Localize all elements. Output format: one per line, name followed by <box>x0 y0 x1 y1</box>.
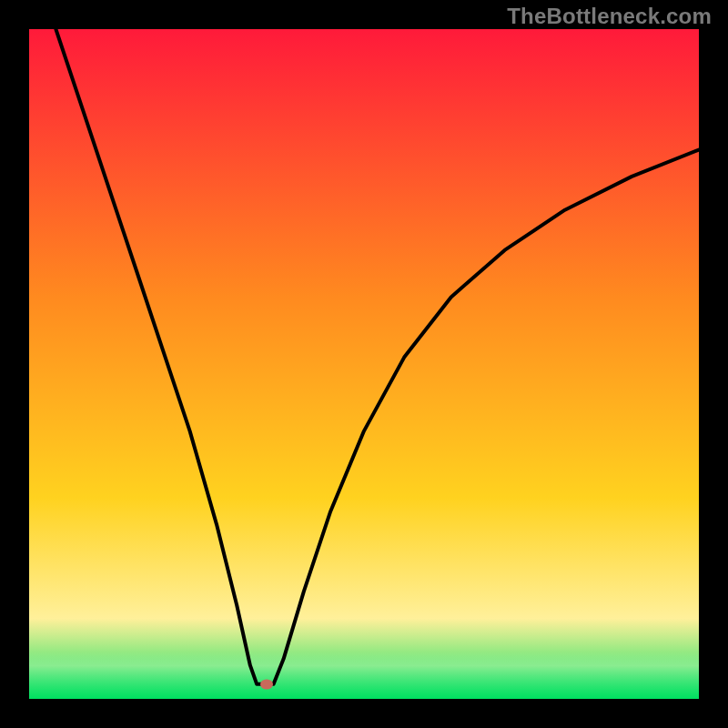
plot-area <box>29 29 699 699</box>
chart-frame: TheBottleneck.com <box>0 0 728 728</box>
watermark-text: TheBottleneck.com <box>507 4 712 29</box>
optimum-dot-icon <box>260 679 273 689</box>
bottleneck-curve <box>29 29 699 699</box>
